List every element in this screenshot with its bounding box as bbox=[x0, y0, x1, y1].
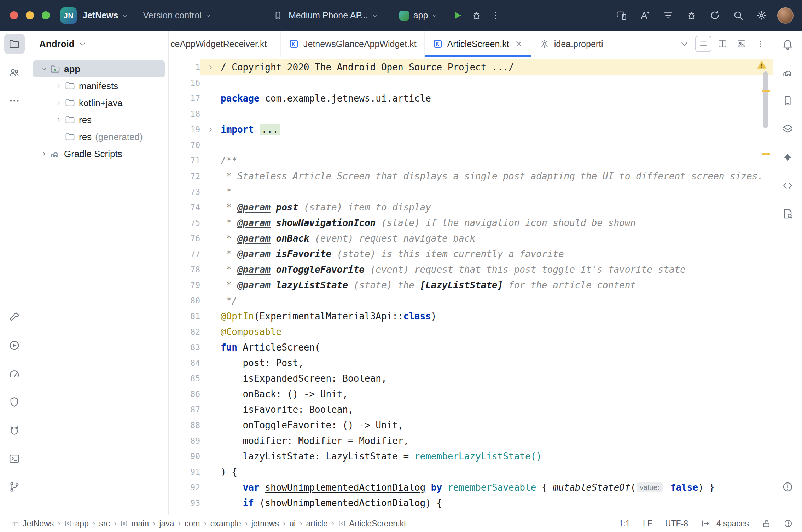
tree-item-res[interactable]: res(generated) bbox=[33, 128, 165, 145]
code-text[interactable]: / Copyright 2020 The Android Open Source… bbox=[221, 59, 773, 75]
line-number[interactable]: 81 bbox=[169, 308, 200, 324]
line-separator-widget[interactable]: LF bbox=[643, 519, 652, 528]
code-text[interactable]: /** bbox=[221, 153, 773, 168]
project-name-menu[interactable]: JetNews bbox=[82, 10, 118, 21]
code-text[interactable]: @OptIn(ExperimentalMaterial3Api::class) bbox=[221, 308, 773, 324]
vcs-change-mark[interactable] bbox=[762, 90, 770, 92]
code-text[interactable]: var showUnimplementedActionDialog by rem… bbox=[221, 480, 773, 495]
line-number[interactable]: 87 bbox=[169, 402, 200, 417]
line-number[interactable]: 74 bbox=[169, 200, 200, 215]
gemini-icon[interactable] bbox=[778, 147, 798, 167]
preview-toggle-button[interactable] bbox=[733, 36, 750, 52]
notifications-icon[interactable] bbox=[778, 34, 798, 54]
breadcrumb-java[interactable]: java bbox=[157, 519, 176, 528]
breadcrumb-jetnews[interactable]: JetNews bbox=[9, 519, 56, 528]
tree-item-res[interactable]: res bbox=[33, 111, 165, 128]
breadcrumb-main[interactable]: main bbox=[118, 519, 151, 528]
breadcrumb-com[interactable]: com bbox=[182, 519, 202, 528]
problems-icon[interactable] bbox=[778, 476, 798, 497]
line-number[interactable]: 77 bbox=[169, 246, 200, 262]
code-text[interactable]: * @param onBack (event) request navigate… bbox=[221, 231, 773, 246]
chevron-down-icon[interactable] bbox=[431, 12, 438, 19]
sync-icon[interactable] bbox=[705, 6, 724, 25]
chevron-right-icon[interactable] bbox=[53, 81, 64, 91]
inspections-status-icon[interactable] bbox=[784, 519, 793, 528]
gradle-icon[interactable] bbox=[778, 62, 798, 82]
build-variants-icon[interactable] bbox=[778, 118, 798, 139]
breadcrumb-ui[interactable]: ui bbox=[287, 519, 298, 528]
code-text[interactable]: import ... bbox=[221, 122, 773, 137]
editor-tab-articlescreen-kt[interactable]: ArticleScreen.kt bbox=[425, 31, 531, 57]
version-control-icon[interactable] bbox=[4, 476, 25, 497]
chevron-down-icon[interactable] bbox=[371, 12, 379, 19]
chevron-right-icon[interactable] bbox=[53, 98, 64, 108]
line-number[interactable]: 86 bbox=[169, 386, 200, 402]
line-number[interactable]: 1 bbox=[169, 59, 200, 75]
code-text[interactable]: onToggleFavorite: () -> Unit, bbox=[221, 417, 773, 433]
line-number[interactable]: 71 bbox=[169, 153, 200, 168]
breadcrumb-src[interactable]: src bbox=[97, 519, 112, 528]
line-number[interactable]: 73 bbox=[169, 184, 200, 200]
code-text[interactable]: fun ArticleScreen( bbox=[221, 340, 773, 355]
line-number[interactable]: 88 bbox=[169, 417, 200, 433]
line-number[interactable]: 70 bbox=[169, 137, 200, 153]
line-number[interactable]: 82 bbox=[169, 324, 200, 340]
line-number[interactable]: 18 bbox=[169, 106, 200, 122]
avatar[interactable] bbox=[777, 7, 794, 24]
line-number[interactable]: 84 bbox=[169, 355, 200, 371]
filter-icon[interactable] bbox=[658, 6, 678, 25]
code-text[interactable]: * @param onToggleFavorite (event) reques… bbox=[221, 262, 773, 277]
editor-tab-jetnewsglanceappwidget-kt[interactable]: JetnewsGlanceAppWidget.kt bbox=[281, 31, 425, 57]
indent-widget[interactable]: 4 spaces bbox=[716, 519, 749, 528]
editor-scrollbar[interactable] bbox=[763, 71, 768, 128]
run-button[interactable] bbox=[448, 6, 467, 25]
code-text[interactable]: */ bbox=[221, 293, 773, 308]
line-number[interactable]: 17 bbox=[169, 91, 200, 106]
indent-style-icon[interactable] bbox=[701, 519, 710, 528]
code-text[interactable]: * Stateless Article Screen that displays… bbox=[221, 168, 773, 184]
code-text[interactable]: * @param lazyListState (state) the [Lazy… bbox=[221, 277, 773, 293]
caret-position-widget[interactable]: 1:1 bbox=[619, 519, 630, 528]
debug-button[interactable] bbox=[467, 6, 486, 25]
breadcrumb-app[interactable]: app bbox=[62, 519, 91, 528]
code-text[interactable]: modifier: Modifier = Modifier, bbox=[221, 433, 773, 449]
chevron-right-icon[interactable] bbox=[39, 149, 49, 159]
code-text[interactable]: * @param showNavigationIcon (state) if t… bbox=[221, 215, 773, 231]
fold-marker-icon[interactable] bbox=[200, 59, 221, 75]
ai-actions-icon[interactable] bbox=[635, 6, 654, 25]
code-text[interactable] bbox=[221, 75, 773, 91]
build-icon[interactable] bbox=[4, 307, 25, 327]
line-number[interactable]: 93 bbox=[169, 495, 200, 511]
terminal-icon[interactable] bbox=[4, 448, 25, 469]
line-number[interactable]: 91 bbox=[169, 464, 200, 480]
vcs-change-mark[interactable] bbox=[762, 153, 770, 155]
run-configuration-selector[interactable]: app bbox=[413, 10, 428, 21]
resource-manager-icon[interactable] bbox=[4, 62, 25, 82]
fold-marker-icon[interactable] bbox=[200, 122, 221, 137]
breadcrumb-article[interactable]: article bbox=[304, 519, 330, 528]
device-selector[interactable]: Medium Phone AP... bbox=[289, 10, 368, 21]
line-number[interactable]: 79 bbox=[169, 277, 200, 293]
code-text[interactable]: post: Post, bbox=[221, 355, 773, 371]
code-text[interactable] bbox=[221, 106, 773, 122]
line-number[interactable]: 83 bbox=[169, 340, 200, 355]
project-icon[interactable] bbox=[4, 34, 25, 54]
settings-icon[interactable] bbox=[752, 6, 771, 25]
line-number[interactable]: 85 bbox=[169, 371, 200, 386]
chevron-down-icon[interactable] bbox=[39, 64, 49, 74]
more-icon[interactable] bbox=[4, 90, 25, 111]
live-edit-icon[interactable] bbox=[778, 175, 798, 196]
inspection-warning-icon[interactable] bbox=[756, 59, 767, 69]
code-text[interactable]: * @param isFavorite (state) is this item… bbox=[221, 246, 773, 262]
split-editor-button[interactable] bbox=[714, 36, 731, 52]
search-icon[interactable] bbox=[728, 6, 748, 25]
tree-item-kotlin-java[interactable]: kotlin+java bbox=[33, 94, 165, 111]
code-text[interactable]: ) { bbox=[221, 464, 773, 480]
code-text[interactable]: lazyListState: LazyListState = rememberL… bbox=[221, 449, 773, 464]
project-view-selector[interactable]: Android bbox=[39, 39, 75, 50]
tab-list-toggle[interactable] bbox=[695, 36, 711, 52]
tree-item-manifests[interactable]: manifests bbox=[33, 77, 165, 94]
device-selector-icon[interactable] bbox=[272, 6, 284, 25]
line-number[interactable]: 76 bbox=[169, 231, 200, 246]
chevron-right-icon[interactable] bbox=[53, 115, 64, 125]
